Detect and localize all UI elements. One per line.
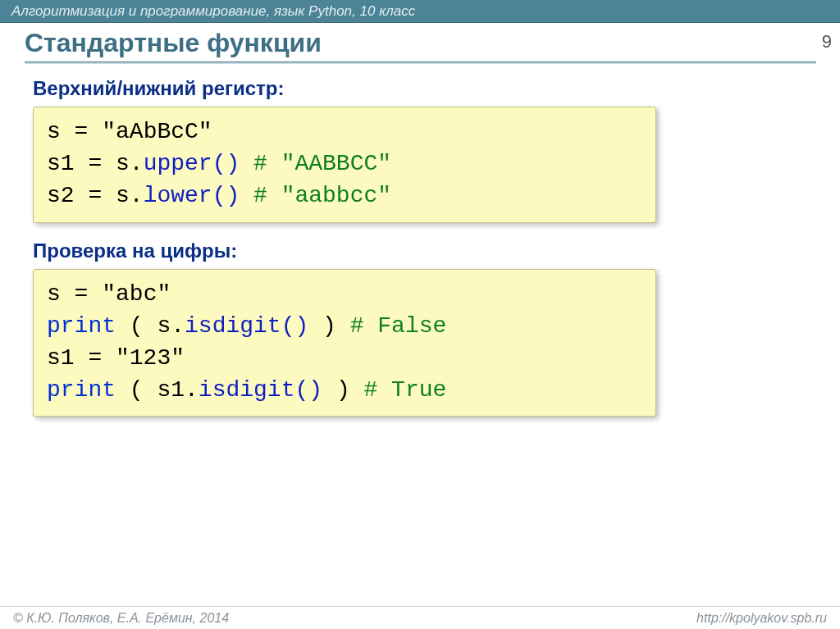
code-box-2: s = "abc" print ( s.isdigit() ) # False … [33,269,656,417]
code-method: isdigit() [185,313,308,339]
code-line: print ( s.isdigit() ) # False [47,310,642,342]
code-line: s1 = s.upper() # "AABBCC" [47,148,642,180]
code-box-1: s = "aAbBcC" s1 = s.upper() # "AABBCC" s… [33,107,656,223]
code-line: s2 = s.lower() # "aabbcc" [47,180,642,212]
section1-heading: Верхний/нижний регистр: [33,77,817,100]
code-keyword: print [47,377,116,403]
course-line: Алгоритмизация и программирование, язык … [11,3,415,20]
footer: © К.Ю. Поляков, Е.А. Ерёмин, 2014 http:/… [0,606,840,629]
header-bar: Алгоритмизация и программирование, язык … [0,0,840,23]
code-string: "123" [116,345,185,371]
footer-url: http://kpolyakov.spb.ru [696,611,827,626]
code-text: ) [308,313,349,339]
code-method: isdigit() [199,377,322,403]
code-keyword: print [47,313,116,339]
code-comment: # True [364,377,447,403]
code-comment: # False [350,313,447,339]
code-string: "abc" [102,281,171,307]
code-text: s2 = s. [47,183,144,208]
code-text: s = [47,119,102,144]
code-line: s1 = "123" [47,342,642,374]
code-method: upper() [144,151,240,176]
code-text: s1 = s. [47,151,144,176]
code-text: ( s. [116,313,185,339]
code-text: ) [322,377,363,403]
content-area: Верхний/нижний регистр: s = "aAbBcC" s1 … [0,69,840,431]
code-text: s1 = [47,345,116,371]
code-comment: # "AABBCC" [240,151,391,176]
title-rule [25,62,816,64]
title-section: Стандартные функции [0,28,840,69]
code-string: "aAbBcC" [102,119,212,144]
code-line: s = "aAbBcC" [47,116,642,148]
slide-title: Стандартные функции [25,28,840,58]
code-line: print ( s1.isdigit() ) # True [47,374,642,406]
code-line: s = "abc" [47,278,642,310]
code-comment: # "aabbcc" [240,183,391,208]
code-text: ( s1. [116,377,199,403]
footer-copyright: © К.Ю. Поляков, Е.А. Ерёмин, 2014 [13,611,229,626]
code-method: lower() [144,183,240,208]
section2-heading: Проверка на цифры: [33,239,817,262]
code-text: s = [47,281,102,307]
